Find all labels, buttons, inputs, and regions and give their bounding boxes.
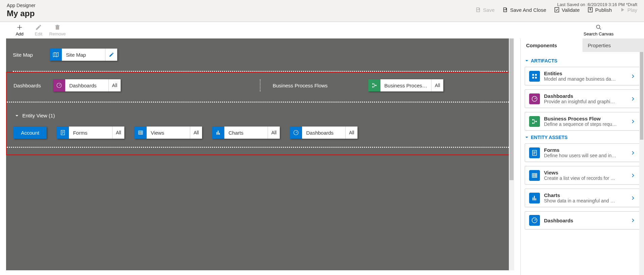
dashboards-all-button[interactable]: All — [108, 79, 121, 91]
asset-card-views[interactable]: ViewsCreate a list view of records for … — [525, 166, 640, 185]
tab-properties[interactable]: Properties — [583, 38, 644, 52]
charts-tile[interactable]: Charts All — [212, 127, 280, 139]
panel-scrollbar[interactable] — [639, 52, 644, 275]
dashboards-tile[interactable]: Dashboards All — [53, 79, 121, 91]
flow-icon — [529, 116, 540, 127]
views-all-button[interactable]: All — [190, 127, 202, 139]
card-desc: Model and manage business da… — [544, 76, 626, 82]
forms-label: Forms — [69, 127, 112, 139]
entity-dashboards-all-button[interactable]: All — [345, 127, 357, 139]
edit-button: Edit — [29, 24, 48, 36]
table-icon — [134, 127, 147, 139]
card-text: Business Process FlowDefine a sequence o… — [544, 116, 626, 127]
card-title: Dashboards — [544, 218, 626, 223]
canvas[interactable]: Site Map Site Map Dashboards — [6, 38, 514, 270]
card-desc: Create a list view of records for … — [544, 175, 626, 181]
sitemap-tile-label: Site Map — [62, 49, 105, 61]
svg-rect-19 — [532, 173, 537, 177]
caret-down-icon — [525, 135, 529, 139]
entity-assets-row: Account Forms All Views All Charts — [14, 127, 507, 139]
entity-view-header[interactable]: Entity View (1) — [15, 113, 507, 118]
trash-icon — [54, 24, 61, 31]
asset-card-charts[interactable]: ChartsShow data in a meaningful and … — [525, 189, 640, 207]
artifacts-header[interactable]: ARTIFACTS — [525, 58, 640, 63]
search-canvas-button[interactable]: Search Canvas — [584, 24, 614, 36]
save-close-label: Save And Close — [510, 7, 546, 13]
svg-point-17 — [536, 120, 537, 122]
card-title: Forms — [544, 147, 626, 153]
card-text: DashboardsProvide an insightful and grap… — [544, 93, 626, 104]
card-text: ChartsShow data in a meaningful and … — [544, 192, 626, 203]
dashboards-tile-label: Dashboards — [65, 79, 108, 91]
main: Site Map Site Map Dashboards — [0, 38, 644, 275]
map-icon — [50, 49, 62, 61]
scroll-thumb[interactable] — [510, 38, 514, 180]
svg-rect-10 — [532, 74, 534, 76]
sitemap-edit-button[interactable] — [105, 49, 117, 61]
bpf-tile-label: Business Proces… — [380, 79, 431, 91]
artifact-card-business-process-flow[interactable]: Business Process FlowDefine a sequence o… — [525, 112, 640, 131]
svg-point-4 — [372, 83, 373, 85]
flow-icon — [368, 79, 380, 91]
canvas-scrollbar[interactable] — [509, 38, 514, 270]
right-panel: Components Properties ARTIFACTS Entities… — [520, 38, 644, 275]
card-text: EntitiesModel and manage business da… — [544, 71, 626, 82]
caret-down-icon — [525, 59, 529, 63]
divider — [13, 71, 507, 72]
bpf-tile[interactable]: Business Proces… All — [368, 79, 444, 91]
dashboards-title: Dashboards — [14, 83, 41, 88]
table-icon — [529, 170, 540, 181]
tab-components[interactable]: Components — [521, 38, 583, 52]
canvas-wrap: Site Map Site Map Dashboards — [0, 38, 520, 275]
forms-tile[interactable]: Forms All — [57, 127, 124, 139]
add-label: Add — [16, 31, 23, 36]
header-actions: Save Save And Close Validate Publish Pla… — [475, 7, 637, 13]
bpf-title: Business Process Flows — [273, 83, 328, 88]
edit-label: Edit — [35, 31, 42, 36]
form-icon — [57, 127, 69, 139]
save-icon — [475, 7, 481, 13]
entity-assets-header[interactable]: ENTITY ASSETS — [525, 135, 640, 140]
play-button: Play — [619, 7, 637, 13]
card-desc: Define a sequence of steps requ… — [544, 121, 626, 127]
svg-rect-8 — [139, 131, 143, 135]
pencil-icon — [35, 24, 42, 31]
charts-all-button[interactable]: All — [268, 127, 280, 139]
form-icon — [529, 147, 540, 158]
panel-tabs: Components Properties — [521, 38, 644, 52]
entity-view-label: Entity View (1) — [22, 113, 55, 118]
entity-dashboards-tile[interactable]: Dashboards All — [290, 127, 357, 139]
artifact-card-entities[interactable]: EntitiesModel and manage business da… — [525, 67, 640, 85]
sitemap-tile[interactable]: Site Map — [50, 49, 117, 61]
publish-button[interactable]: Publish — [587, 7, 612, 13]
chart-icon — [529, 193, 540, 203]
scroll-thumb[interactable] — [640, 52, 643, 140]
forms-all-button[interactable]: All — [112, 127, 124, 139]
app-title: My app — [7, 9, 35, 18]
account-entity-button[interactable]: Account — [14, 127, 47, 139]
views-tile[interactable]: Views All — [134, 127, 202, 139]
add-button[interactable]: Add — [10, 24, 29, 36]
save-label: Save — [483, 7, 495, 13]
remove-button: Remove — [48, 24, 67, 36]
views-label: Views — [147, 127, 190, 139]
save-close-button[interactable]: Save And Close — [502, 7, 546, 13]
svg-point-6 — [375, 85, 376, 86]
card-text: ViewsCreate a list view of records for … — [544, 170, 626, 181]
play-icon — [619, 7, 625, 13]
card-desc: Show data in a meaningful and … — [544, 198, 626, 203]
validate-icon — [554, 7, 560, 13]
artifact-card-dashboards[interactable]: DashboardsProvide an insightful and grap… — [525, 89, 640, 108]
search-label: Search Canvas — [584, 31, 614, 36]
header: App Designer My app Save Save And Close … — [0, 0, 644, 22]
svg-rect-11 — [535, 74, 537, 76]
card-title: Dashboards — [544, 93, 626, 99]
panel-body: ARTIFACTS EntitiesModel and manage busin… — [521, 52, 644, 275]
sitemap-title: Site Map — [13, 52, 33, 58]
publish-label: Publish — [595, 7, 612, 13]
asset-card-dashboards[interactable]: Dashboards — [525, 211, 640, 229]
svg-rect-13 — [535, 77, 537, 78]
validate-button[interactable]: Validate — [554, 7, 580, 13]
bpf-all-button[interactable]: All — [431, 79, 443, 91]
asset-card-forms[interactable]: FormsDefine how users will see and in… — [525, 143, 640, 162]
